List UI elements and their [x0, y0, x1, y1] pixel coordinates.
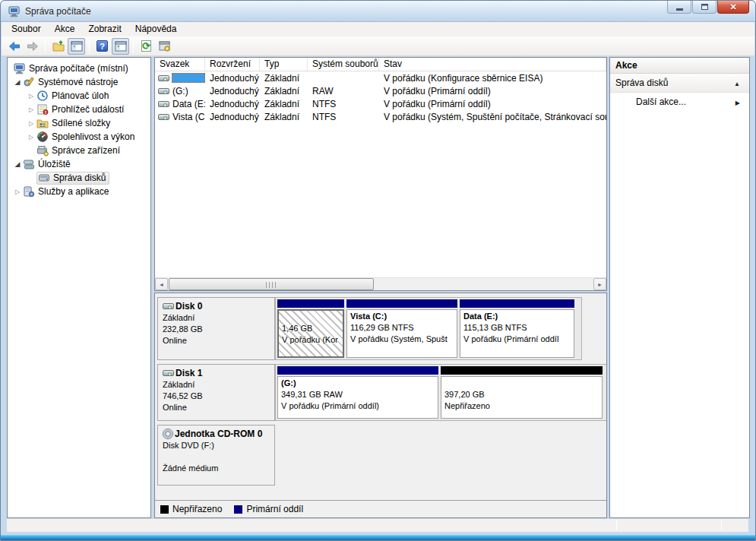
- close-button[interactable]: ✕: [717, 1, 749, 14]
- minimize-button[interactable]: [667, 1, 691, 14]
- submenu-right-icon: ▶: [735, 93, 740, 112]
- scroll-left-button[interactable]: ◄: [155, 278, 168, 290]
- console-tree-icon: [71, 40, 83, 52]
- partition-type-bar: [346, 299, 457, 308]
- partition-disk0-vista-c[interactable]: Vista (C:) 116,29 GB NTFS V pořádku (Sys…: [346, 299, 457, 358]
- expander-expanded-icon[interactable]: ◢: [12, 160, 23, 168]
- back-button[interactable]: [5, 38, 23, 55]
- tree-item-spravce-zarizeni[interactable]: Správce zařízení: [8, 144, 150, 157]
- disk-icon: [163, 370, 174, 376]
- volume-list-header: Svazek Rozvržení Typ Systém souborů Stav: [155, 58, 606, 71]
- unallocated-swatch: [160, 505, 169, 514]
- column-header-rozvrzeni[interactable]: Rozvržení: [205, 58, 260, 71]
- legend-unallocated: Nepřiřazeno: [160, 504, 222, 514]
- services-icon: [23, 185, 36, 198]
- tree-item-uloziste[interactable]: ◢ Úložiště: [8, 157, 150, 171]
- volume-row-selected[interactable]: Jednoduchý Základní V pořádku (Konfigura…: [155, 71, 606, 84]
- computer-management-window: Správa počítače ✕ Soubor Akce Zobrazit N…: [0, 0, 756, 541]
- actions-group-sprava-disku[interactable]: Správa disků ▲: [610, 74, 749, 93]
- disk-graph-pane: Disk 0 Základní 232,88 GB Online 1,46 GB…: [154, 293, 607, 518]
- expander-collapsed-icon[interactable]: ▷: [26, 134, 36, 141]
- shared-folders-icon: [36, 117, 50, 129]
- forward-icon: [27, 40, 39, 52]
- column-header-stav[interactable]: Stav: [379, 58, 606, 71]
- partition-disk0-reserved[interactable]: 1,46 GB V pořádku (Kor: [277, 299, 344, 358]
- forward-button[interactable]: [24, 38, 41, 55]
- app-icon: [8, 5, 21, 17]
- expander-collapsed-icon[interactable]: ▷: [12, 188, 23, 195]
- refresh-icon: ⟳: [141, 40, 151, 52]
- status-separator: [721, 520, 722, 530]
- disk0-header[interactable]: Disk 0 Základní 232,88 GB Online: [157, 297, 275, 360]
- event-viewer-icon: [36, 103, 50, 115]
- tree-item-sprava-pocitace[interactable]: Správa počítače (místní): [8, 62, 150, 75]
- disk1-partitions: (G:) 349,31 GB RAW V pořádku (Primární o…: [275, 364, 607, 421]
- action-pane-toggle-button[interactable]: [112, 38, 129, 55]
- tree-item-spolehlivost-a-vykon[interactable]: ▷ Spolehlivost a výkon: [8, 130, 150, 144]
- expander-collapsed-icon[interactable]: ▷: [26, 120, 36, 127]
- volume-list-pane: Svazek Rozvržení Typ Systém souborů Stav…: [154, 57, 607, 291]
- partition-disk0-data-e[interactable]: Data (E:) 115,13 GB NTFS V pořádku (Prim…: [460, 299, 574, 358]
- horizontal-scrollbar[interactable]: ◄ ►: [155, 277, 606, 290]
- disk-management-icon: [38, 172, 52, 184]
- disk1-header[interactable]: Disk 1 Základní 746,52 GB Online: [157, 364, 275, 421]
- cdrom-header[interactable]: Jednotka CD-ROM 0 Disk DVD (F:) Žádné mé…: [157, 425, 275, 486]
- collapse-up-icon[interactable]: ▲: [734, 74, 740, 93]
- console-tree-toggle-button[interactable]: [68, 38, 85, 55]
- volume-icon: [158, 88, 169, 94]
- status-bar: [7, 519, 748, 532]
- titlebar[interactable]: Správa počítače ✕: [1, 1, 755, 22]
- console-tree-pane: Správa počítače (místní) ◢ Systémové nás…: [7, 57, 151, 518]
- column-header-svazek[interactable]: Svazek: [155, 58, 205, 71]
- tree-item-prohlizec-udalosti[interactable]: ▷ Prohlížeč událostí: [8, 103, 150, 116]
- scroll-right-button[interactable]: ►: [593, 278, 606, 290]
- partition-type-bar: [277, 366, 438, 375]
- help-button[interactable]: ?: [93, 38, 111, 55]
- partition-disk1-g[interactable]: (G:) 349,31 GB RAW V pořádku (Primární o…: [277, 366, 438, 419]
- tree-item-sluzby-a-aplikace[interactable]: ▷ Služby a aplikace: [8, 185, 150, 198]
- scrollbar-thumb[interactable]: [169, 278, 374, 290]
- legend: Nepřiřazeno Primární oddíl: [155, 500, 606, 517]
- expander-collapsed-icon[interactable]: ▷: [26, 106, 36, 113]
- selected-tree-item-box: Správa disků: [36, 172, 109, 185]
- volume-row-vista-c[interactable]: Vista (C:) Jednoduchý Základní NTFS V po…: [155, 110, 606, 123]
- disk0-partitions: 1,46 GB V pořádku (Kor Vista (C:) 116,29…: [275, 297, 582, 360]
- volume-row-g[interactable]: (G:) Jednoduchý Základní RAW V pořádku (…: [155, 84, 606, 97]
- volume-icon: [158, 101, 169, 107]
- menu-soubor[interactable]: Soubor: [5, 22, 48, 36]
- partition-disk1-unallocated[interactable]: 397,20 GB Nepřiřazeno: [441, 366, 603, 419]
- tree-item-planovac-uloh[interactable]: ▷ Plánovač úloh: [8, 89, 150, 103]
- storage-icon: [23, 158, 36, 170]
- column-header-typ[interactable]: Typ: [260, 58, 308, 71]
- legend-primary-partition: Primární oddíl: [234, 504, 303, 514]
- minimize-icon: [676, 8, 683, 11]
- cd-icon: [163, 429, 173, 439]
- menu-zobrazit[interactable]: Zobrazit: [81, 22, 128, 36]
- refresh-button[interactable]: ⟳: [138, 38, 155, 55]
- menu-akce[interactable]: Akce: [48, 22, 82, 36]
- actions-more-item[interactable]: Další akce... ▶: [610, 93, 749, 112]
- maximize-button[interactable]: [692, 1, 716, 14]
- tree-item-sprava-disku[interactable]: Správa disků: [8, 171, 150, 185]
- expander-collapsed-icon[interactable]: ▷: [26, 93, 36, 100]
- menu-napoveda[interactable]: Nápověda: [128, 22, 184, 36]
- console-properties-button[interactable]: [156, 38, 173, 55]
- partition-type-bar: [460, 299, 574, 308]
- up-folder-button[interactable]: [49, 38, 67, 55]
- volume-row-data-e[interactable]: Data (E:) Jednoduchý Základní NTFS V poř…: [155, 97, 606, 110]
- toolbar-separator: [133, 40, 134, 53]
- tree-item-systemove-nastroje[interactable]: ◢ Systémové nástroje: [8, 75, 150, 89]
- close-icon: ✕: [729, 2, 736, 12]
- volume-icon: [158, 114, 169, 120]
- up-folder-icon: [52, 40, 65, 52]
- toolbar-separator: [89, 40, 90, 53]
- expander-expanded-icon[interactable]: ◢: [12, 78, 23, 86]
- tree-item-sdilene-slozky[interactable]: ▷ Sdílené složky: [8, 116, 150, 130]
- toolbar: ? ⟳: [2, 36, 754, 56]
- partition-type-bar: [441, 366, 603, 375]
- task-scheduler-icon: [36, 90, 50, 102]
- selected-volume-name-box[interactable]: [172, 73, 205, 83]
- actions-pane: Akce Správa disků ▲ Další akce... ▶: [609, 57, 750, 518]
- column-header-system-souboru[interactable]: Systém souborů: [308, 58, 379, 71]
- action-pane-icon: [115, 40, 127, 52]
